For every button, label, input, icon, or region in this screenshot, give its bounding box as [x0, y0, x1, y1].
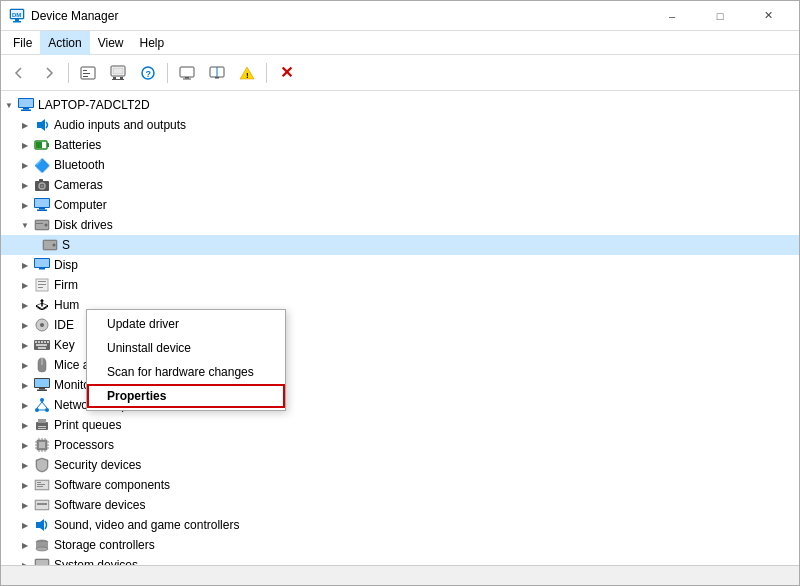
root-computer-icon	[17, 96, 35, 114]
context-properties[interactable]: Properties	[87, 384, 285, 408]
softwarecomponents-expand-icon: ▶	[17, 475, 33, 495]
system-icon	[33, 556, 51, 565]
svg-rect-30	[47, 143, 49, 147]
display-btn1[interactable]	[173, 59, 201, 87]
display-btn2[interactable]	[203, 59, 231, 87]
softwarecomponents-icon	[33, 476, 51, 494]
svg-rect-95	[37, 482, 41, 483]
menu-help[interactable]: Help	[132, 31, 173, 55]
tree-item-audio[interactable]: ▶ Audio inputs and outputs	[1, 115, 799, 135]
tree-item-diskdrives[interactable]: ▼ Disk drives	[1, 215, 799, 235]
context-update-driver[interactable]: Update driver	[87, 312, 285, 336]
bluetooth-expand-icon: ▶	[17, 155, 33, 175]
svg-rect-80	[39, 442, 45, 448]
print-label: Print queues	[54, 418, 121, 432]
firmware-expand-icon: ▶	[17, 275, 33, 295]
tree-item-cameras[interactable]: ▶ Cameras	[1, 175, 799, 195]
menu-view[interactable]: View	[90, 31, 132, 55]
content-area[interactable]: ▼ LAPTOP-7ADCLT2D ▶	[1, 91, 799, 565]
forward-button[interactable]	[35, 59, 63, 87]
svg-point-104	[36, 547, 48, 551]
sound-expand-icon: ▶	[17, 515, 33, 535]
svg-rect-37	[35, 199, 49, 207]
svg-rect-96	[37, 484, 45, 485]
delete-button[interactable]: ✕	[272, 59, 300, 87]
svg-rect-25	[19, 99, 33, 107]
processors-icon	[33, 436, 51, 454]
context-scan-hardware[interactable]: Scan for hardware changes	[87, 360, 285, 384]
svg-rect-26	[23, 108, 29, 110]
tree-item-computer[interactable]: ▶ Computer	[1, 195, 799, 215]
context-uninstall-device[interactable]: Uninstall device	[87, 336, 285, 360]
tree-item-sound[interactable]: ▶ Sound, video and game controllers	[1, 515, 799, 535]
menu-file[interactable]: File	[5, 31, 40, 55]
scan-button[interactable]	[104, 59, 132, 87]
svg-rect-31	[36, 142, 42, 148]
tree-item-batteries[interactable]: ▶ Batteries	[1, 135, 799, 155]
diskdrives-label: Disk drives	[54, 218, 113, 232]
window-controls: – □ ✕	[649, 1, 791, 31]
tree-item-processors[interactable]: ▶	[1, 435, 799, 455]
mice-expand-icon: ▶	[17, 355, 33, 375]
security-icon	[33, 456, 51, 474]
security-expand-icon: ▶	[17, 455, 33, 475]
maximize-button[interactable]: □	[697, 1, 743, 31]
tree-root[interactable]: ▼ LAPTOP-7ADCLT2D	[1, 95, 799, 115]
firmware-icon	[33, 276, 51, 294]
ide-icon	[33, 316, 51, 334]
svg-rect-12	[112, 79, 124, 80]
svg-rect-21	[215, 77, 219, 79]
root-label: LAPTOP-7ADCLT2D	[38, 98, 150, 112]
minimize-button[interactable]: –	[649, 1, 695, 31]
softwaredevices-expand-icon: ▶	[17, 495, 33, 515]
tree-item-print[interactable]: ▶ Print queues	[1, 415, 799, 435]
svg-rect-100	[37, 503, 47, 505]
svg-rect-77	[38, 426, 46, 427]
batteries-label: Batteries	[54, 138, 101, 152]
monitors-expand-icon: ▶	[17, 375, 33, 395]
firmware-label: Firm	[54, 278, 78, 292]
hid-label: Hum	[54, 298, 79, 312]
toolbar-sep-1	[68, 63, 69, 83]
svg-point-46	[53, 244, 56, 247]
svg-rect-17	[185, 77, 189, 79]
close-button[interactable]: ✕	[745, 1, 791, 31]
tree-item-display[interactable]: ▶ Disp	[1, 255, 799, 275]
svg-rect-76	[38, 419, 46, 423]
properties-button[interactable]	[74, 59, 102, 87]
svg-rect-58	[38, 341, 40, 343]
back-button[interactable]	[5, 59, 33, 87]
ide-expand-icon: ▶	[17, 315, 33, 335]
tree-item-firmware[interactable]: ▶ Firm	[1, 275, 799, 295]
tree-item-bluetooth[interactable]: ▶ 🔷 Bluetooth	[1, 155, 799, 175]
network-icon	[33, 396, 51, 414]
tree-item-disk-s[interactable]: S	[1, 235, 799, 255]
help-button[interactable]: ?	[134, 59, 162, 87]
svg-rect-78	[38, 428, 46, 429]
keyboard-expand-icon: ▶	[17, 335, 33, 355]
app-icon: DM	[9, 8, 25, 24]
tree-item-system[interactable]: ▶ System devices	[1, 555, 799, 565]
svg-rect-97	[37, 486, 43, 487]
svg-rect-53	[38, 287, 43, 288]
tree-item-softwaredevices[interactable]: ▶ Software devices	[1, 495, 799, 515]
display-expand-icon: ▶	[17, 255, 33, 275]
menu-action[interactable]: Action	[40, 31, 89, 55]
root-expand-icon: ▼	[1, 95, 17, 115]
tree-item-storage[interactable]: ▶ Storage controllers	[1, 535, 799, 555]
processors-expand-icon: ▶	[17, 435, 33, 455]
bluetooth-icon: 🔷	[33, 156, 51, 174]
svg-rect-16	[180, 67, 194, 77]
keyboard-label: Key	[54, 338, 75, 352]
svg-rect-59	[41, 341, 43, 343]
storage-icon	[33, 536, 51, 554]
tree-item-security[interactable]: ▶ Security devices	[1, 455, 799, 475]
svg-rect-51	[38, 281, 46, 282]
warning-button[interactable]: !	[233, 59, 261, 87]
svg-rect-60	[44, 341, 46, 343]
svg-rect-52	[38, 284, 46, 285]
svg-text:?: ?	[146, 69, 152, 79]
storage-expand-icon: ▶	[17, 535, 33, 555]
keyboard-icon	[33, 336, 51, 354]
tree-item-softwarecomponents[interactable]: ▶ Software components	[1, 475, 799, 495]
